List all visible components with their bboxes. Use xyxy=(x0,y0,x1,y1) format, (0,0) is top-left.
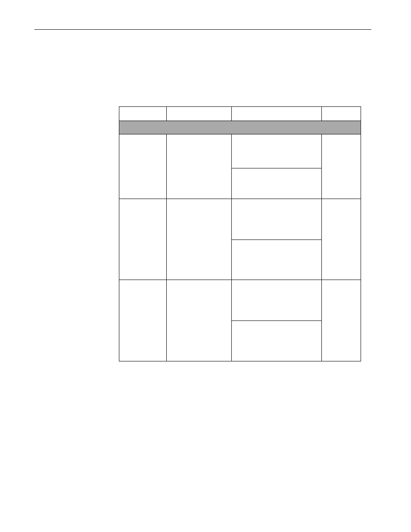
table-cell xyxy=(167,134,232,199)
table-header-row xyxy=(119,107,361,121)
table-cell xyxy=(322,199,361,280)
table-cell xyxy=(322,134,361,199)
table-subcell xyxy=(232,199,321,240)
data-table xyxy=(119,106,361,361)
table-header-cell xyxy=(167,107,232,121)
table-section-band xyxy=(119,121,361,134)
table-cell xyxy=(119,134,167,199)
table-subcell xyxy=(232,240,321,280)
table-cell xyxy=(167,199,232,280)
table-subcell xyxy=(232,134,321,168)
table-subcell xyxy=(232,321,321,361)
table-row xyxy=(119,199,361,280)
table-cell-split xyxy=(232,134,322,199)
document-page xyxy=(0,0,411,532)
table-subcell xyxy=(232,168,321,199)
table-cell xyxy=(119,199,167,280)
table-header-cell xyxy=(232,107,322,121)
table-cell xyxy=(167,280,232,361)
table-subcell xyxy=(232,280,321,321)
table-row xyxy=(119,134,361,199)
table-cell-split xyxy=(232,280,322,361)
table-cell xyxy=(322,280,361,361)
table-header-cell xyxy=(119,107,167,121)
table-cell xyxy=(119,280,167,361)
table-header-cell xyxy=(322,107,361,121)
top-rule xyxy=(34,29,371,30)
table-cell-split xyxy=(232,199,322,280)
table-row xyxy=(119,280,361,361)
